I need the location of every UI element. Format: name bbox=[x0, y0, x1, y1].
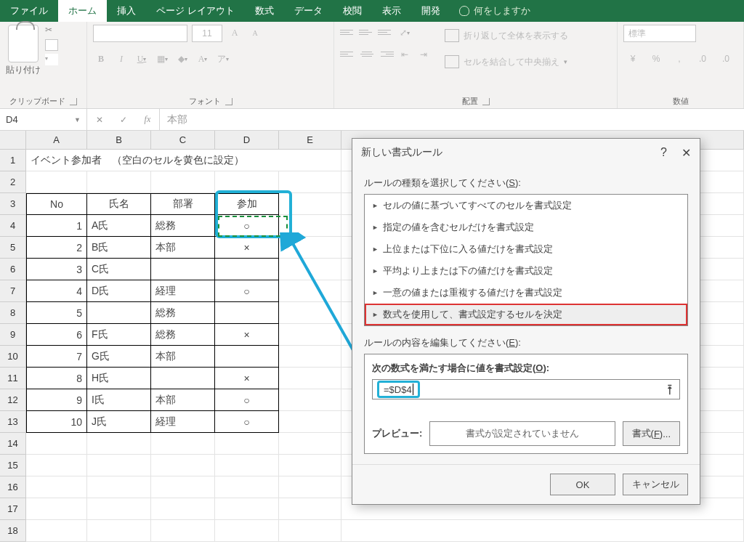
cell[interactable] bbox=[279, 215, 341, 237]
row-header[interactable]: 13 bbox=[0, 411, 26, 433]
tab-data[interactable]: データ bbox=[284, 0, 333, 22]
row-header[interactable]: 10 bbox=[0, 346, 26, 368]
cell[interactable] bbox=[279, 324, 341, 346]
tab-page-layout[interactable]: ページ レイアウト bbox=[146, 0, 245, 22]
tab-review[interactable]: 校閲 bbox=[333, 0, 372, 22]
cell[interactable] bbox=[279, 346, 341, 368]
tab-insert[interactable]: 挿入 bbox=[107, 0, 146, 22]
cell[interactable] bbox=[215, 171, 279, 193]
cell[interactable]: 氏名 bbox=[87, 193, 151, 215]
orientation-button[interactable]: ⤢ bbox=[397, 25, 413, 41]
cell[interactable] bbox=[215, 346, 279, 368]
cell[interactable]: D氏 bbox=[87, 280, 151, 302]
help-button[interactable]: ? bbox=[660, 146, 667, 159]
cell[interactable]: × bbox=[215, 324, 279, 346]
cell[interactable]: 総務 bbox=[151, 302, 215, 324]
font-size-select[interactable]: 11 bbox=[192, 25, 222, 42]
bold-button[interactable]: B bbox=[93, 51, 109, 67]
align-middle-button[interactable] bbox=[359, 25, 375, 39]
cell[interactable]: 10 bbox=[26, 411, 87, 433]
cell[interactable]: 部署 bbox=[151, 193, 215, 215]
cell[interactable]: B氏 bbox=[87, 237, 151, 259]
rule-type-option[interactable]: 指定の値を含むセルだけを書式設定 bbox=[365, 216, 687, 238]
cell[interactable] bbox=[151, 476, 215, 498]
cell[interactable] bbox=[151, 498, 215, 520]
cell[interactable]: 本部 bbox=[151, 237, 215, 259]
alignment-dialog-launcher-icon[interactable] bbox=[482, 98, 490, 105]
cell[interactable] bbox=[215, 302, 279, 324]
cell[interactable] bbox=[26, 455, 87, 476]
cell[interactable] bbox=[279, 368, 341, 389]
increase-indent-button[interactable]: ⇥ bbox=[416, 46, 432, 62]
cell[interactable]: 2 bbox=[26, 237, 87, 259]
cell[interactable] bbox=[341, 520, 744, 542]
cell[interactable]: H氏 bbox=[87, 368, 151, 389]
cell[interactable] bbox=[279, 193, 341, 215]
cell[interactable]: 8 bbox=[26, 368, 87, 389]
format-button[interactable]: 書式(F)... bbox=[623, 421, 680, 446]
row-header[interactable]: 12 bbox=[0, 389, 26, 411]
phonetic-button[interactable]: ア bbox=[215, 51, 231, 67]
cut-icon[interactable] bbox=[45, 25, 58, 36]
cell[interactable]: 5 bbox=[26, 302, 87, 324]
close-button[interactable]: ✕ bbox=[682, 146, 691, 160]
row-header[interactable]: 11 bbox=[0, 368, 26, 389]
select-all-corner[interactable] bbox=[0, 131, 26, 150]
italic-button[interactable]: I bbox=[113, 51, 129, 67]
row-header[interactable]: 3 bbox=[0, 193, 26, 215]
ok-button[interactable]: OK bbox=[550, 474, 615, 495]
cell[interactable]: 1 bbox=[26, 215, 87, 237]
formula-bar[interactable]: 本部 bbox=[160, 109, 744, 130]
comma-format-button[interactable]: , bbox=[670, 51, 689, 67]
cell[interactable] bbox=[87, 302, 151, 324]
cancel-formula-icon[interactable]: ✕ bbox=[96, 115, 103, 125]
cell[interactable]: ○ bbox=[215, 411, 279, 433]
tell-me-search[interactable]: 何をしますか bbox=[450, 0, 539, 22]
align-center-button[interactable] bbox=[359, 46, 375, 61]
row-header[interactable]: 5 bbox=[0, 237, 26, 259]
row-header[interactable]: 2 bbox=[0, 171, 26, 193]
cell[interactable]: 7 bbox=[26, 346, 87, 368]
cell[interactable]: ○ bbox=[215, 280, 279, 302]
collapse-dialog-icon[interactable]: ⭱ bbox=[665, 384, 675, 395]
format-painter-icon[interactable] bbox=[45, 54, 58, 65]
percent-format-button[interactable]: % bbox=[647, 51, 666, 67]
cell[interactable] bbox=[279, 237, 341, 259]
column-header[interactable]: C bbox=[151, 131, 215, 150]
cell[interactable]: A氏 bbox=[87, 215, 151, 237]
font-name-select[interactable] bbox=[93, 25, 187, 42]
row-header[interactable]: 7 bbox=[0, 280, 26, 302]
cell[interactable]: No bbox=[26, 193, 87, 215]
cell[interactable] bbox=[26, 498, 87, 520]
cell[interactable] bbox=[87, 433, 151, 455]
decrease-font-icon[interactable]: A bbox=[247, 25, 263, 41]
cell[interactable]: 経理 bbox=[151, 280, 215, 302]
cell[interactable]: 4 bbox=[26, 280, 87, 302]
cell[interactable]: 総務 bbox=[151, 324, 215, 346]
cell[interactable]: 6 bbox=[26, 324, 87, 346]
cell[interactable]: I氏 bbox=[87, 389, 151, 411]
align-left-button[interactable] bbox=[340, 46, 356, 61]
cell[interactable] bbox=[279, 455, 341, 476]
cell[interactable] bbox=[279, 411, 341, 433]
cell[interactable]: 総務 bbox=[151, 215, 215, 237]
cell[interactable]: ○ bbox=[215, 389, 279, 411]
row-header[interactable]: 18 bbox=[0, 520, 26, 542]
cell[interactable] bbox=[279, 433, 341, 455]
row-header[interactable]: 6 bbox=[0, 259, 26, 280]
align-top-button[interactable] bbox=[340, 25, 356, 39]
tab-file[interactable]: ファイル bbox=[0, 0, 58, 22]
rule-type-option-selected[interactable]: 数式を使用して、書式設定するセルを決定 bbox=[365, 304, 687, 325]
align-bottom-button[interactable] bbox=[378, 25, 394, 39]
decrease-decimal-button[interactable]: .0 bbox=[716, 51, 735, 67]
cell[interactable]: C氏 bbox=[87, 259, 151, 280]
border-button[interactable]: ▦ bbox=[154, 51, 170, 67]
cell[interactable]: 本部 bbox=[151, 389, 215, 411]
cell[interactable] bbox=[215, 476, 279, 498]
cell[interactable] bbox=[215, 259, 279, 280]
cell[interactable] bbox=[279, 171, 341, 193]
row-header[interactable]: 16 bbox=[0, 476, 26, 498]
cell[interactable] bbox=[26, 476, 87, 498]
column-header[interactable]: D bbox=[215, 131, 279, 150]
name-box[interactable]: D4 ▼ bbox=[0, 109, 87, 130]
